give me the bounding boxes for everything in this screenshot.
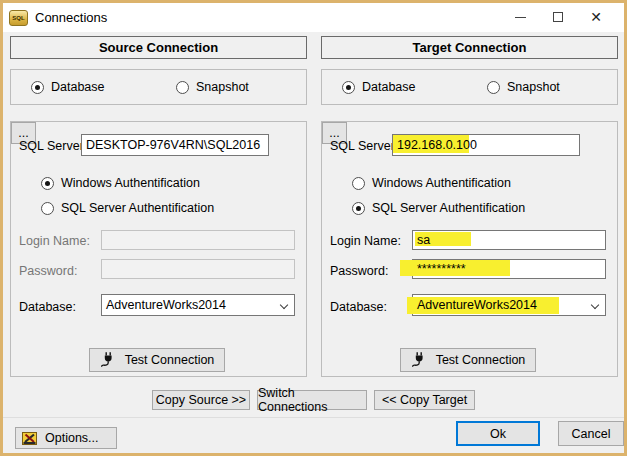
footer-divider <box>3 417 624 418</box>
target-database-dropdown[interactable]: AdventureWorks2014 <box>412 294 606 316</box>
minimize-icon <box>515 17 526 18</box>
tools-icon <box>22 431 38 446</box>
copy-target-button[interactable]: << Copy Target <box>374 390 475 410</box>
target-panel-title: Target Connection <box>321 36 618 59</box>
target-test-connection-button[interactable]: Test Connection <box>400 348 536 372</box>
copy-buttons-row: Copy Source >> Switch Connections << Cop… <box>3 390 624 410</box>
target-radio-database[interactable]: Database <box>342 80 416 94</box>
minimize-button[interactable] <box>504 3 536 31</box>
radio-label: Database <box>362 80 416 94</box>
source-database-dropdown[interactable]: AdventureWorks2014 <box>101 294 295 316</box>
target-database-label: Database: <box>330 300 387 314</box>
target-sql-server-input[interactable]: 192.168.0.100 <box>392 134 580 156</box>
cancel-button[interactable]: Cancel <box>558 421 624 446</box>
target-main-group: SQL Server: 192.168.0.100 ... Windows Au… <box>321 121 618 377</box>
source-database-label: Database: <box>19 300 76 314</box>
source-login-input <box>101 230 295 250</box>
source-sql-server-input[interactable]: DESKTOP-976V4RN\SQL2016 <box>81 134 269 156</box>
maximize-button[interactable] <box>542 3 574 31</box>
ok-button[interactable]: Ok <box>456 421 540 446</box>
radio-label: Snapshot <box>196 80 249 94</box>
close-button[interactable]: ✕ <box>580 3 612 31</box>
target-login-input[interactable]: sa <box>412 230 606 250</box>
switch-connections-button[interactable]: Switch Connections <box>257 390 367 410</box>
target-connection-panel: Target Connection Database Snapshot SQL … <box>321 36 618 377</box>
connections-dialog: SQL Connections ✕ Source Connection Data… <box>0 0 627 456</box>
radio-label: Database <box>51 80 105 94</box>
radio-unselected-icon <box>176 81 189 94</box>
source-radio-windows-auth[interactable]: Windows Authentification <box>41 176 200 190</box>
radio-unselected-icon <box>487 81 500 94</box>
source-password-input <box>101 259 295 279</box>
maximize-icon <box>553 12 563 22</box>
radio-selected-icon <box>342 81 355 94</box>
target-radio-snapshot[interactable]: Snapshot <box>487 80 560 94</box>
source-panel-title: Source Connection <box>10 36 307 59</box>
radio-unselected-icon <box>352 177 365 190</box>
chevron-down-icon <box>591 301 599 309</box>
radio-label: SQL Server Authentification <box>372 201 525 215</box>
source-connection-panel: Source Connection Database Snapshot SQL … <box>10 36 307 377</box>
target-sql-server-label: SQL Server: <box>330 139 398 153</box>
source-radio-sql-auth[interactable]: SQL Server Authentification <box>41 201 214 215</box>
target-login-label: Login Name: <box>330 234 401 248</box>
radio-label: SQL Server Authentification <box>61 201 214 215</box>
window-title: Connections <box>35 10 107 25</box>
radio-label: Windows Authentification <box>372 176 511 190</box>
radio-label: Windows Authentification <box>61 176 200 190</box>
radio-selected-icon <box>31 81 44 94</box>
source-mode-group: Database Snapshot <box>10 69 307 105</box>
radio-unselected-icon <box>41 202 54 215</box>
radio-selected-icon <box>41 177 54 190</box>
radio-label: Snapshot <box>507 80 560 94</box>
source-main-group: SQL Server: DESKTOP-976V4RN\SQL2016 ... … <box>10 121 307 377</box>
chevron-down-icon <box>280 301 288 309</box>
radio-selected-icon <box>352 202 365 215</box>
target-radio-sql-auth[interactable]: SQL Server Authentification <box>352 201 525 215</box>
target-mode-group: Database Snapshot <box>321 69 618 105</box>
source-radio-database[interactable]: Database <box>31 80 105 94</box>
plug-icon <box>100 351 116 368</box>
target-radio-windows-auth[interactable]: Windows Authentification <box>352 176 511 190</box>
source-radio-snapshot[interactable]: Snapshot <box>176 80 249 94</box>
target-password-input[interactable]: ********** <box>412 259 606 279</box>
source-login-label: Login Name: <box>19 234 90 248</box>
options-button[interactable]: Options... <box>15 427 117 449</box>
copy-source-button[interactable]: Copy Source >> <box>152 390 250 410</box>
plug-icon <box>411 351 427 368</box>
titlebar: SQL Connections ✕ <box>3 3 624 32</box>
sql-database-icon: SQL <box>9 10 28 26</box>
close-icon: ✕ <box>590 9 602 25</box>
source-password-label: Password: <box>19 264 77 278</box>
source-test-connection-button[interactable]: Test Connection <box>89 348 225 372</box>
target-password-label: Password: <box>330 264 388 278</box>
source-sql-server-label: SQL Server: <box>19 139 87 153</box>
